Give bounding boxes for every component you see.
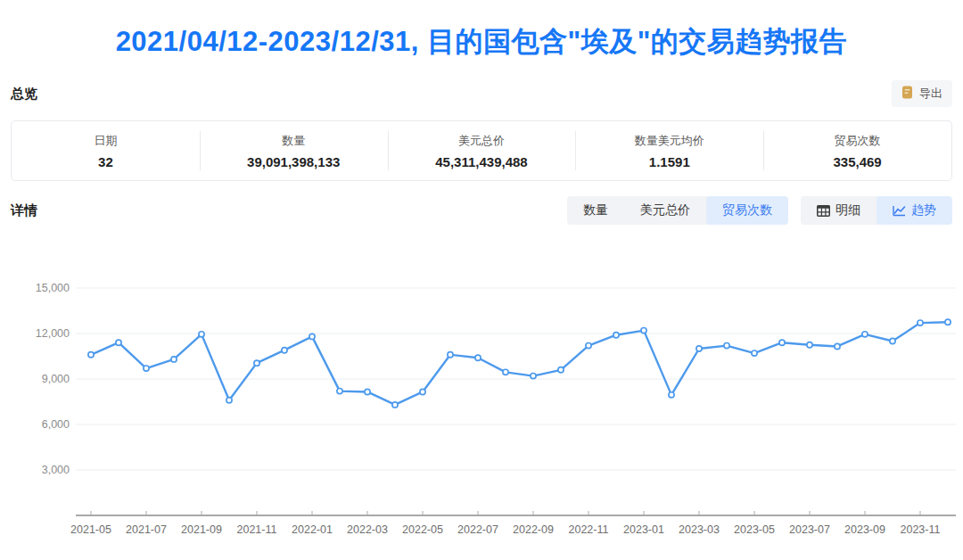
trend-chart: 3,0006,0009,00012,00015,0002021-052021-0…: [0, 263, 963, 560]
x-axis-label: 2021-11: [237, 523, 277, 536]
x-axis-label: 2022-07: [457, 523, 498, 536]
tab-label: 贸易次数: [722, 202, 772, 218]
data-point[interactable]: [641, 328, 646, 334]
x-axis-label: 2022-03: [347, 523, 388, 536]
x-axis-label: 2023-07: [789, 523, 830, 536]
x-axis-label: 2021-09: [181, 523, 222, 536]
x-axis-label: 2023-05: [734, 523, 775, 536]
data-point[interactable]: [309, 334, 315, 339]
tab-label: 美元总价: [640, 202, 690, 218]
stat-value: 39,091,398,133: [247, 154, 340, 169]
stat-label: 贸易次数: [835, 133, 881, 149]
y-axis-label: 9,000: [42, 373, 70, 385]
data-point[interactable]: [835, 343, 840, 349]
data-point[interactable]: [696, 346, 702, 351]
x-axis-label: 2022-05: [402, 523, 443, 536]
data-point[interactable]: [226, 398, 232, 403]
y-axis-label: 3,000: [42, 464, 70, 476]
data-point[interactable]: [199, 332, 204, 337]
gold-document-icon: [901, 86, 914, 102]
details-tab-groups: 数量 美元总价 贸易次数 明细: [567, 196, 952, 225]
data-point[interactable]: [724, 343, 729, 349]
data-point[interactable]: [862, 332, 868, 337]
stat-value: 335,469: [833, 154, 881, 169]
data-point[interactable]: [254, 360, 259, 366]
data-point[interactable]: [586, 343, 591, 349]
data-point[interactable]: [392, 402, 398, 408]
x-axis-label: 2022-09: [513, 523, 554, 536]
data-point[interactable]: [116, 340, 121, 345]
tab-label: 数量: [583, 202, 608, 218]
details-header: 详情 数量 美元总价 贸易次数 明细: [11, 196, 952, 225]
tab-trend-view[interactable]: 趋势: [877, 196, 952, 225]
data-point[interactable]: [779, 340, 785, 345]
stat-label: 数量美元均价: [635, 133, 704, 149]
stat-value: 1.1591: [649, 154, 690, 169]
overview-heading: 总览: [11, 86, 37, 103]
x-axis-label: 2023-11: [901, 523, 941, 536]
data-point[interactable]: [475, 355, 481, 360]
table-icon: [817, 205, 830, 217]
x-axis-label: 2023-01: [623, 523, 664, 536]
overview-stats-card: 日期 32 数量 39,091,398,133 美元总价 45,311,439,…: [11, 120, 952, 181]
stat-label: 日期: [94, 133, 117, 149]
details-heading: 详情: [11, 202, 37, 219]
view-tab-group: 明细 趋势: [801, 196, 952, 225]
data-point[interactable]: [613, 333, 619, 338]
stat-label: 数量: [282, 133, 305, 149]
data-point[interactable]: [807, 342, 812, 348]
stat-value: 32: [98, 154, 113, 169]
x-axis-label: 2021-05: [70, 523, 111, 536]
x-axis-label: 2023-03: [679, 523, 720, 536]
stat-date: 日期 32: [12, 121, 200, 180]
data-point[interactable]: [945, 319, 951, 325]
y-axis-label: 12,000: [36, 327, 70, 340]
export-button-label: 导出: [919, 86, 942, 102]
trend-series-line: [91, 322, 948, 405]
trend-chart-svg: 3,0006,0009,00012,00015,0002021-052021-0…: [0, 263, 963, 560]
tab-label: 明细: [835, 202, 860, 218]
overview-header: 总览 导出: [11, 80, 952, 107]
x-axis-label: 2022-11: [569, 523, 609, 536]
tab-quantity[interactable]: 数量: [567, 196, 624, 225]
y-axis-label: 15,000: [36, 282, 70, 294]
stat-trade-count: 贸易次数 335,469: [763, 121, 951, 180]
trade-trend-report-page: 2021/04/12-2023/12/31, 目的国包含"埃及"的交易趋势报告 …: [0, 0, 963, 560]
data-point[interactable]: [752, 350, 757, 356]
data-point[interactable]: [669, 392, 674, 398]
data-point[interactable]: [365, 389, 370, 394]
data-point[interactable]: [144, 366, 149, 371]
data-point[interactable]: [503, 369, 508, 375]
tab-trade-count[interactable]: 贸易次数: [706, 196, 788, 225]
data-point[interactable]: [448, 352, 453, 358]
page-title: 2021/04/12-2023/12/31, 目的国包含"埃及"的交易趋势报告: [0, 23, 963, 61]
tab-label: 趋势: [911, 202, 936, 218]
trend-line-icon: [893, 205, 906, 217]
data-point[interactable]: [890, 338, 895, 343]
stat-avg-price: 数量美元均价 1.1591: [575, 121, 763, 180]
stat-usd-total: 美元总价 45,311,439,488: [388, 121, 576, 180]
metric-tab-group: 数量 美元总价 贸易次数: [567, 196, 788, 225]
data-point[interactable]: [420, 389, 425, 394]
y-axis-label: 6,000: [42, 418, 70, 431]
data-point[interactable]: [558, 367, 564, 373]
data-point[interactable]: [531, 374, 536, 379]
stat-label: 美元总价: [458, 133, 505, 149]
data-point[interactable]: [171, 357, 177, 362]
data-point[interactable]: [88, 352, 94, 358]
x-axis-label: 2022-01: [292, 523, 333, 536]
stat-quantity: 数量 39,091,398,133: [200, 121, 388, 180]
x-axis-label: 2021-07: [126, 523, 167, 536]
tab-usd-total[interactable]: 美元总价: [624, 196, 706, 225]
data-point[interactable]: [918, 320, 923, 325]
tab-detail-view[interactable]: 明细: [801, 196, 877, 225]
export-button[interactable]: 导出: [892, 80, 952, 107]
data-point[interactable]: [337, 389, 342, 394]
data-point[interactable]: [282, 348, 287, 353]
x-axis-label: 2023-09: [844, 523, 885, 536]
stat-value: 45,311,439,488: [435, 154, 527, 169]
